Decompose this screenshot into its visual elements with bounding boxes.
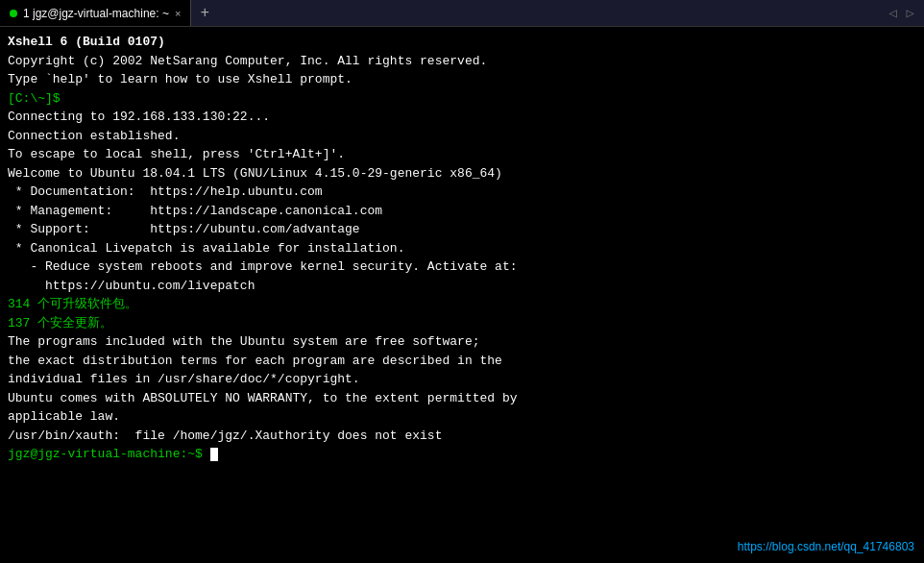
terminal-line: [C:\~]$	[8, 89, 916, 109]
terminal-line: https://ubuntu.com/livepatch	[8, 277, 916, 296]
terminal-area[interactable]: Xshell 6 (Build 0107)Copyright (c) 2002 …	[0, 27, 924, 563]
terminal-line: * Support: https://ubuntu.com/advantage	[8, 220, 916, 239]
terminal-line: jgz@jgz-virtual-machine:~$	[8, 445, 916, 464]
terminal-line: Welcome to Ubuntu 18.04.1 LTS (GNU/Linux…	[8, 164, 916, 184]
nav-arrows: ◁ ▷	[885, 3, 924, 23]
nav-left-arrow[interactable]: ◁	[885, 3, 900, 23]
tab-status-dot	[10, 10, 17, 17]
terminal-line: The programs included with the Ubuntu sy…	[8, 332, 916, 352]
terminal-line: Ubuntu comes with ABSOLUTELY NO WARRANTY…	[8, 389, 916, 408]
terminal-line: * Canonical Livepatch is available for i…	[8, 239, 916, 258]
tab-label: 1 jgz@jgz-virtual-machine: ~	[23, 7, 169, 20]
terminal-line: To escape to local shell, press 'Ctrl+Al…	[8, 145, 916, 164]
terminal-line: applicable law.	[8, 407, 916, 427]
terminal-cursor	[210, 448, 218, 461]
terminal-line: Xshell 6 (Build 0107)	[8, 33, 916, 52]
terminal-line: /usr/bin/xauth: file /home/jgz/.Xauthori…	[8, 427, 916, 446]
terminal-line: - Reduce system reboots and improve kern…	[8, 257, 916, 277]
terminal-line: * Management: https://landscape.canonica…	[8, 202, 916, 221]
terminal-line: the exact distribution terms for each pr…	[8, 352, 916, 371]
terminal-line: Connecting to 192.168.133.130:22...	[8, 108, 916, 127]
titlebar: 1 jgz@jgz-virtual-machine: ~ × + ◁ ▷	[0, 0, 924, 27]
terminal-line: * Documentation: https://help.ubuntu.com	[8, 183, 916, 202]
watermark: https://blog.csdn.net/qq_41746803	[738, 538, 914, 555]
terminal-line: Type `help' to learn how to use Xshell p…	[8, 70, 916, 89]
active-tab[interactable]: 1 jgz@jgz-virtual-machine: ~ ×	[0, 0, 191, 26]
terminal-line: 137 个安全更新。	[8, 314, 916, 333]
tab-area: 1 jgz@jgz-virtual-machine: ~ × +	[0, 0, 443, 26]
tab-close-button[interactable]: ×	[175, 8, 181, 19]
nav-right-arrow[interactable]: ▷	[903, 3, 918, 23]
new-tab-button[interactable]: +	[191, 0, 218, 26]
terminal-line: individual files in /usr/share/doc/*/cop…	[8, 370, 916, 389]
terminal-line: 314 个可升级软件包。	[8, 295, 916, 314]
terminal-line: Copyright (c) 2002 NetSarang Computer, I…	[8, 52, 916, 71]
terminal-line: Connection established.	[8, 127, 916, 146]
